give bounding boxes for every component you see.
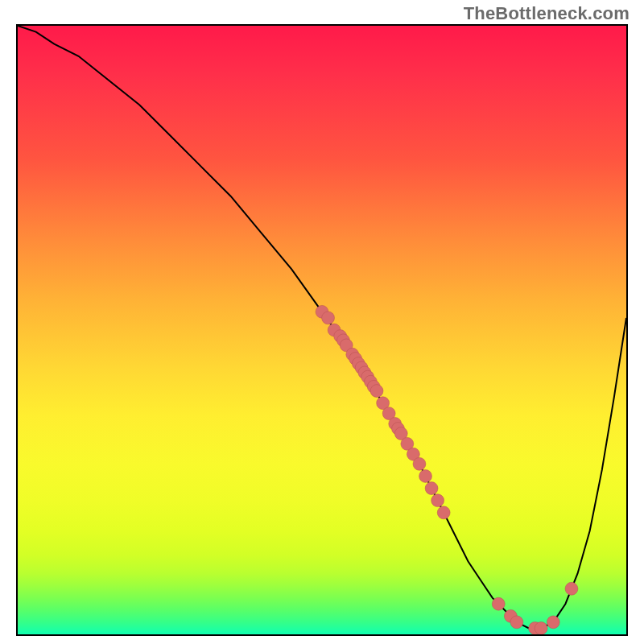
data-point <box>565 582 578 595</box>
data-point <box>535 622 547 634</box>
data-point <box>437 506 450 519</box>
data-point <box>492 597 505 610</box>
data-point <box>431 494 444 507</box>
chart-container: TheBottleneck.com <box>0 0 644 644</box>
plot-area <box>16 24 628 636</box>
data-point <box>322 312 335 324</box>
data-point <box>370 385 383 398</box>
plot-svg <box>18 26 626 634</box>
data-point <box>547 616 559 629</box>
data-point <box>510 616 523 629</box>
data-point <box>425 482 438 495</box>
watermark-text: TheBottleneck.com <box>464 3 630 24</box>
data-point <box>413 457 426 470</box>
data-point <box>419 470 432 483</box>
bottleneck-curve <box>18 26 626 628</box>
scatter-points <box>316 305 578 634</box>
